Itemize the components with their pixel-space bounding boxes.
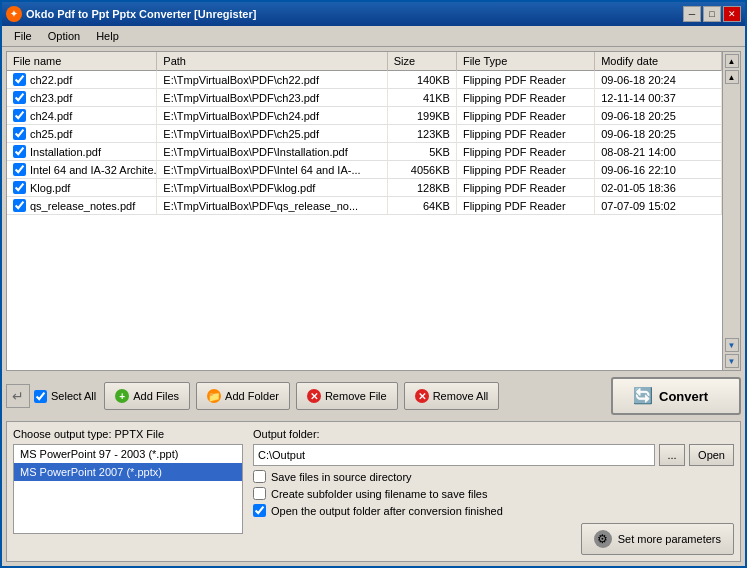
add-files-icon: + (115, 389, 129, 403)
row-checkbox-1[interactable] (13, 91, 26, 104)
title-bar-left: ✦ Okdo Pdf to Ppt Pptx Converter [Unregi… (6, 6, 256, 22)
col-header-path: Path (157, 52, 387, 71)
cell-name-5: Intel 64 and IA-32 Archite... (7, 161, 157, 179)
row-checkbox-0[interactable] (13, 73, 26, 86)
set-params-button[interactable]: ⚙ Set more parameters (581, 523, 734, 555)
cell-date-2: 09-06-18 20:25 (595, 107, 722, 125)
scroll-up-button[interactable]: ▲ (725, 70, 739, 84)
table-row: Intel 64 and IA-32 Archite... E:\TmpVirt… (7, 161, 722, 179)
table-row: Installation.pdf E:\TmpVirtualBox\PDF\In… (7, 143, 722, 161)
select-all-checkbox[interactable] (34, 390, 47, 403)
scroll-top-button[interactable]: ▲ (725, 54, 739, 68)
row-checkbox-4[interactable] (13, 145, 26, 158)
add-files-button[interactable]: + Add Files (104, 382, 190, 410)
cell-size-6: 128KB (387, 179, 456, 197)
table-row: ch23.pdf E:\TmpVirtualBox\PDF\ch23.pdf 4… (7, 89, 722, 107)
remove-file-button[interactable]: ✕ Remove File (296, 382, 398, 410)
table-row: ch24.pdf E:\TmpVirtualBox\PDF\ch24.pdf 1… (7, 107, 722, 125)
cell-type-2: Flipping PDF Reader (456, 107, 594, 125)
cell-path-3: E:\TmpVirtualBox\PDF\ch25.pdf (157, 125, 387, 143)
cell-path-6: E:\TmpVirtualBox\PDF\klog.pdf (157, 179, 387, 197)
add-folder-button[interactable]: 📁 Add Folder (196, 382, 290, 410)
cell-name-0: ch22.pdf (7, 71, 157, 89)
convert-icon: 🔄 (633, 386, 653, 406)
gear-icon: ⚙ (594, 530, 612, 548)
action-buttons: + Add Files 📁 Add Folder ✕ Remove File ✕… (104, 382, 499, 410)
format-option-0[interactable]: MS PowerPoint 97 - 2003 (*.ppt) (14, 445, 242, 463)
cell-date-6: 02-01-05 18:36 (595, 179, 722, 197)
go-up-button[interactable]: ↵ (6, 384, 30, 408)
cell-size-0: 140KB (387, 71, 456, 89)
file-table-container: File name Path Size File Type Modify dat… (6, 51, 741, 371)
folder-input-row: ... Open (253, 444, 734, 466)
main-content: File name Path Size File Type Modify dat… (2, 47, 745, 566)
cell-type-5: Flipping PDF Reader (456, 161, 594, 179)
save-source-checkbox[interactable] (253, 470, 266, 483)
menu-help[interactable]: Help (88, 28, 127, 44)
cell-type-3: Flipping PDF Reader (456, 125, 594, 143)
window-title: Okdo Pdf to Ppt Pptx Converter [Unregist… (26, 8, 256, 20)
remove-all-icon: ✕ (415, 389, 429, 403)
format-option-1[interactable]: MS PowerPoint 2007 (*.pptx) (14, 463, 242, 481)
cell-size-7: 64KB (387, 197, 456, 215)
cell-date-3: 09-06-18 20:25 (595, 125, 722, 143)
table-row: ch25.pdf E:\TmpVirtualBox\PDF\ch25.pdf 1… (7, 125, 722, 143)
open-button[interactable]: Open (689, 444, 734, 466)
cell-size-3: 123KB (387, 125, 456, 143)
row-checkbox-2[interactable] (13, 109, 26, 122)
cell-type-4: Flipping PDF Reader (456, 143, 594, 161)
output-type-section: Choose output type: PPTX File MS PowerPo… (13, 428, 243, 555)
toolbar-left: ↵ Select All (6, 384, 96, 408)
scroll-down-button[interactable]: ▼ (725, 338, 739, 352)
cell-size-4: 5KB (387, 143, 456, 161)
row-checkbox-6[interactable] (13, 181, 26, 194)
checkbox-row-1: Save files in source directory (253, 470, 734, 483)
cell-size-2: 199KB (387, 107, 456, 125)
cell-path-0: E:\TmpVirtualBox\PDF\ch22.pdf (157, 71, 387, 89)
table-header: File name Path Size File Type Modify dat… (7, 52, 722, 71)
row-checkbox-5[interactable] (13, 163, 26, 176)
cell-name-3: ch25.pdf (7, 125, 157, 143)
output-type-label: Choose output type: PPTX File (13, 428, 243, 440)
file-table: File name Path Size File Type Modify dat… (7, 52, 722, 370)
cell-name-4: Installation.pdf (7, 143, 157, 161)
cell-path-7: E:\TmpVirtualBox\PDF\qs_release_no... (157, 197, 387, 215)
row-checkbox-7[interactable] (13, 199, 26, 212)
cell-path-2: E:\TmpVirtualBox\PDF\ch24.pdf (157, 107, 387, 125)
browse-button[interactable]: ... (659, 444, 685, 466)
convert-button[interactable]: 🔄 Convert (611, 377, 741, 415)
col-header-size: Size (387, 52, 456, 71)
open-output-checkbox[interactable] (253, 504, 266, 517)
checkbox-row-3: Open the output folder after conversion … (253, 504, 734, 517)
maximize-button[interactable]: □ (703, 6, 721, 22)
table-row: ch22.pdf E:\TmpVirtualBox\PDF\ch22.pdf 1… (7, 71, 722, 89)
col-header-date: Modify date (595, 52, 722, 71)
cell-size-5: 4056KB (387, 161, 456, 179)
minimize-button[interactable]: ─ (683, 6, 701, 22)
select-all-label: Select All (51, 390, 96, 402)
cell-path-1: E:\TmpVirtualBox\PDF\ch23.pdf (157, 89, 387, 107)
cell-type-7: Flipping PDF Reader (456, 197, 594, 215)
cell-path-5: E:\TmpVirtualBox\PDF\Intel 64 and IA-... (157, 161, 387, 179)
scroll-bottom-button[interactable]: ▼ (725, 354, 739, 368)
add-folder-icon: 📁 (207, 389, 221, 403)
close-button[interactable]: ✕ (723, 6, 741, 22)
main-window: ✦ Okdo Pdf to Ppt Pptx Converter [Unregi… (0, 0, 747, 568)
format-list[interactable]: MS PowerPoint 97 - 2003 (*.ppt)MS PowerP… (13, 444, 243, 534)
menubar: File Option Help (2, 26, 745, 47)
table-row: Klog.pdf E:\TmpVirtualBox\PDF\klog.pdf 1… (7, 179, 722, 197)
output-folder-label: Output folder: (253, 428, 734, 440)
cell-date-5: 09-06-16 22:10 (595, 161, 722, 179)
remove-file-icon: ✕ (307, 389, 321, 403)
output-folder-input[interactable] (253, 444, 655, 466)
row-checkbox-3[interactable] (13, 127, 26, 140)
checkbox-options: Save files in source directory Create su… (253, 470, 734, 517)
menu-option[interactable]: Option (40, 28, 88, 44)
save-source-label: Save files in source directory (271, 471, 412, 483)
bottom-section: Choose output type: PPTX File MS PowerPo… (6, 421, 741, 562)
menu-file[interactable]: File (6, 28, 40, 44)
create-subfolder-checkbox[interactable] (253, 487, 266, 500)
remove-all-button[interactable]: ✕ Remove All (404, 382, 500, 410)
cell-name-6: Klog.pdf (7, 179, 157, 197)
col-header-name: File name (7, 52, 157, 71)
